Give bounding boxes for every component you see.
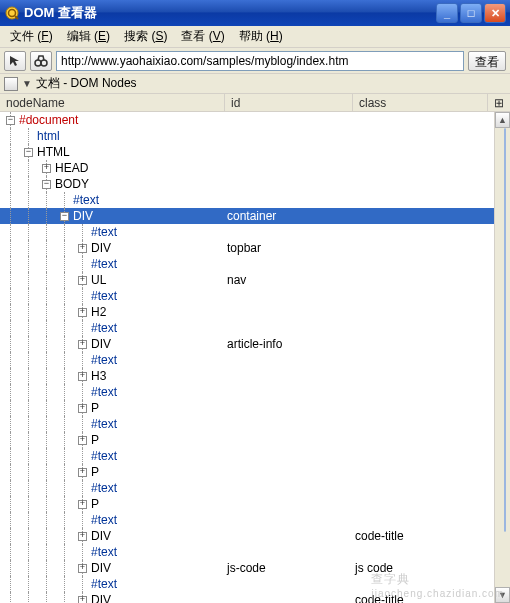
tree-row[interactable]: DIVcontainer bbox=[0, 208, 494, 224]
tree-container: #documenthtmlHTMLHEADBODY#textDIVcontain… bbox=[0, 112, 510, 603]
node-label: DIV bbox=[91, 529, 111, 543]
tree-row[interactable]: ULnav bbox=[0, 272, 494, 288]
expand-icon[interactable] bbox=[78, 308, 87, 317]
col-options[interactable]: ⊞ bbox=[488, 94, 510, 111]
chevron-down-icon[interactable]: ▼ bbox=[22, 78, 32, 89]
panel-icon bbox=[4, 77, 18, 91]
node-class: code-title bbox=[353, 529, 494, 543]
node-label: DIV bbox=[91, 561, 111, 575]
tree-row[interactable]: #text bbox=[0, 192, 494, 208]
node-label: #text bbox=[91, 449, 117, 463]
panel-header: ▼ 文档 - DOM Nodes bbox=[0, 74, 510, 94]
menu-edit[interactable]: 编辑 (E) bbox=[61, 26, 116, 47]
menu-file[interactable]: 文件 (F) bbox=[4, 26, 59, 47]
tree-row[interactable]: H3 bbox=[0, 368, 494, 384]
expand-icon[interactable] bbox=[78, 468, 87, 477]
tree-row[interactable]: #text bbox=[0, 352, 494, 368]
tree-row[interactable]: DIVtopbar bbox=[0, 240, 494, 256]
scroll-up-arrow[interactable]: ▲ bbox=[495, 112, 510, 128]
tree-row[interactable]: #text bbox=[0, 288, 494, 304]
col-class[interactable]: class bbox=[353, 94, 488, 111]
node-label: HTML bbox=[37, 145, 70, 159]
expand-icon[interactable] bbox=[78, 564, 87, 573]
collapse-icon[interactable] bbox=[60, 212, 69, 221]
maximize-button[interactable]: □ bbox=[460, 3, 482, 23]
tree-row[interactable]: P bbox=[0, 464, 494, 480]
toolbar: 查看 bbox=[0, 48, 510, 74]
node-id: js-code bbox=[225, 561, 353, 575]
tree-row[interactable]: H2 bbox=[0, 304, 494, 320]
tree-row[interactable]: #text bbox=[0, 512, 494, 528]
tree-row[interactable]: #text bbox=[0, 448, 494, 464]
minimize-button[interactable]: _ bbox=[436, 3, 458, 23]
menu-search[interactable]: 搜索 (S) bbox=[118, 26, 173, 47]
node-label: DIV bbox=[91, 337, 111, 351]
collapse-icon[interactable] bbox=[6, 116, 15, 125]
tree-row[interactable]: DIVarticle-info bbox=[0, 336, 494, 352]
tree-row[interactable]: HEAD bbox=[0, 160, 494, 176]
node-label: DIV bbox=[73, 209, 93, 223]
node-label: P bbox=[91, 401, 99, 415]
tree-row[interactable]: #text bbox=[0, 416, 494, 432]
expand-icon[interactable] bbox=[78, 436, 87, 445]
expand-icon[interactable] bbox=[78, 244, 87, 253]
node-label: P bbox=[91, 433, 99, 447]
panel-title: 文档 - DOM Nodes bbox=[36, 75, 137, 92]
close-button[interactable]: ✕ bbox=[484, 3, 506, 23]
col-nodename[interactable]: nodeName bbox=[0, 94, 225, 111]
inspect-button[interactable] bbox=[4, 51, 26, 71]
maximize-icon: □ bbox=[468, 8, 475, 19]
expand-icon[interactable] bbox=[78, 532, 87, 541]
url-input[interactable] bbox=[56, 51, 464, 71]
tree-row[interactable]: P bbox=[0, 496, 494, 512]
node-id: article-info bbox=[225, 337, 353, 351]
tree-row[interactable]: BODY bbox=[0, 176, 494, 192]
tree-row[interactable]: DIVcode-title bbox=[0, 592, 494, 603]
node-label: #text bbox=[91, 321, 117, 335]
expand-icon[interactable] bbox=[78, 276, 87, 285]
menu-help[interactable]: 帮助 (H) bbox=[233, 26, 289, 47]
svg-line-2 bbox=[15, 16, 18, 19]
minimize-icon: _ bbox=[444, 8, 450, 19]
go-button[interactable]: 查看 bbox=[468, 51, 506, 71]
tree-row[interactable]: #text bbox=[0, 320, 494, 336]
tree-row[interactable]: P bbox=[0, 400, 494, 416]
expand-icon[interactable] bbox=[78, 372, 87, 381]
tree-row[interactable]: html bbox=[0, 128, 494, 144]
node-class: code-title bbox=[353, 593, 494, 603]
expand-icon[interactable] bbox=[78, 596, 87, 604]
scroll-thumb[interactable] bbox=[504, 128, 506, 532]
tree-row[interactable]: #text bbox=[0, 480, 494, 496]
tree-row[interactable]: #document bbox=[0, 112, 494, 128]
node-label: #text bbox=[91, 417, 117, 431]
window-title: DOM 查看器 bbox=[24, 4, 436, 22]
menu-view[interactable]: 查看 (V) bbox=[175, 26, 230, 47]
col-id[interactable]: id bbox=[225, 94, 353, 111]
collapse-icon[interactable] bbox=[24, 148, 33, 157]
node-label: #text bbox=[91, 257, 117, 271]
collapse-icon[interactable] bbox=[42, 180, 51, 189]
expand-icon[interactable] bbox=[78, 340, 87, 349]
tree-row[interactable]: #text bbox=[0, 384, 494, 400]
tree-row[interactable]: #text bbox=[0, 544, 494, 560]
node-label: #text bbox=[91, 225, 117, 239]
node-label: #text bbox=[91, 289, 117, 303]
node-label: #text bbox=[91, 481, 117, 495]
tree-row[interactable]: DIVcode-title bbox=[0, 528, 494, 544]
tree-row[interactable]: #text bbox=[0, 576, 494, 592]
titlebar: DOM 查看器 _ □ ✕ bbox=[0, 0, 510, 26]
tree-row[interactable]: DIVjs-codejs code bbox=[0, 560, 494, 576]
tree-row[interactable]: HTML bbox=[0, 144, 494, 160]
tree-row[interactable]: #text bbox=[0, 256, 494, 272]
expand-icon[interactable] bbox=[78, 500, 87, 509]
expand-icon[interactable] bbox=[78, 404, 87, 413]
node-label: H3 bbox=[91, 369, 106, 383]
node-id: nav bbox=[225, 273, 353, 287]
scroll-down-arrow[interactable]: ▼ bbox=[495, 587, 510, 603]
vertical-scrollbar[interactable]: ▲ ▼ bbox=[494, 112, 510, 603]
dom-tree[interactable]: #documenthtmlHTMLHEADBODY#textDIVcontain… bbox=[0, 112, 494, 603]
expand-icon[interactable] bbox=[42, 164, 51, 173]
tree-row[interactable]: #text bbox=[0, 224, 494, 240]
find-button[interactable] bbox=[30, 51, 52, 71]
tree-row[interactable]: P bbox=[0, 432, 494, 448]
